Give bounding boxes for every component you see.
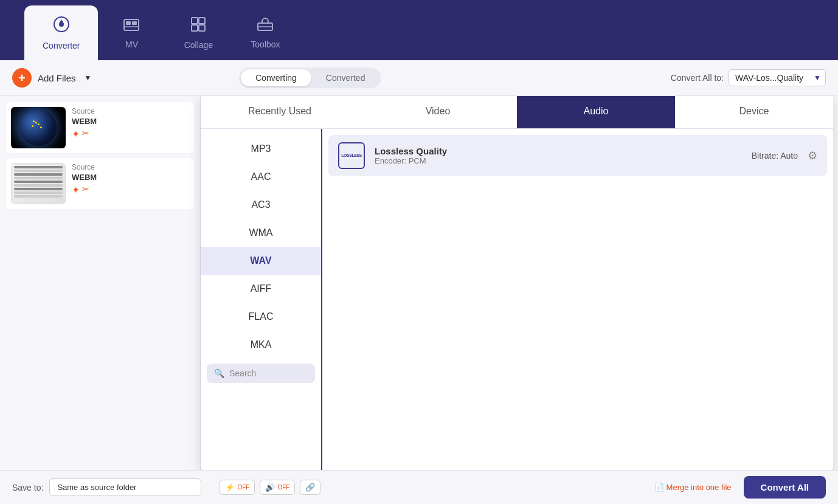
tab-converter-label: Converter [43, 41, 80, 50]
convert-all-select-wrapper: WAV-Los...Quality ▼ [729, 69, 826, 86]
file-format: WEBM [72, 173, 189, 182]
merge-files-button[interactable]: 📄 Merge into one file [654, 483, 732, 492]
file-thumbnail [11, 163, 66, 204]
convert-all-select[interactable]: WAV-Los...Quality [729, 69, 826, 86]
converting-tabs: Converting Converted [239, 67, 381, 88]
add-files-dropdown-icon[interactable]: ▼ [85, 74, 92, 82]
file-actions: ✦ ✂ [72, 184, 189, 196]
audio-off-label: OFF [277, 484, 289, 491]
quality-option-lossless[interactable]: LOSSLESS Lossless Quality Encoder: PCM B… [328, 135, 827, 176]
fp-tab-recently-used[interactable]: Recently Used [201, 96, 359, 128]
file-star-icon[interactable]: ✦ [72, 128, 80, 140]
quality-encoder: Encoder: PCM [375, 156, 742, 165]
add-files-plus-button[interactable]: + [12, 68, 32, 88]
link-button[interactable]: 🔗 [300, 480, 320, 495]
file-cut-icon[interactable]: ✂ [82, 184, 89, 196]
svg-marker-2 [60, 19, 63, 22]
format-picker-tabs: Recently Used Video Audio Device [201, 96, 833, 129]
svg-rect-7 [192, 18, 198, 24]
format-item-wav[interactable]: WAV [201, 247, 321, 275]
format-item-aiff[interactable]: AIFF [201, 275, 321, 303]
converting-tab[interactable]: Converting [241, 69, 311, 86]
format-item-ac3[interactable]: AC3 [201, 191, 321, 219]
quality-settings-icon[interactable]: ⚙ [808, 149, 817, 162]
format-item-mp3[interactable]: MP3 [201, 135, 321, 163]
format-search[interactable]: 🔍 Search [207, 364, 315, 383]
search-icon: 🔍 [214, 368, 224, 378]
save-to-label: Save to: [12, 483, 43, 492]
link-icon: 🔗 [305, 483, 315, 492]
main-area: + Add Files ▼ Converting Converted Conve… [0, 60, 838, 504]
file-star-icon[interactable]: ✦ [72, 184, 80, 196]
tab-mv[interactable]: MV [98, 5, 165, 60]
tab-collage[interactable]: Collage [165, 5, 232, 60]
audio-off-icon: 🔊 [265, 483, 275, 492]
fp-tab-video[interactable]: Video [359, 96, 517, 128]
format-item-aac[interactable]: AAC [201, 163, 321, 191]
mv-icon [123, 17, 140, 36]
bottom-icons: ⚡ OFF 🔊 OFF 🔗 [220, 480, 320, 495]
speed-off-button[interactable]: ⚡ OFF [220, 480, 255, 495]
top-nav: Converter MV Collage [0, 0, 838, 60]
file-format: WEBM [72, 117, 189, 126]
fp-tab-audio[interactable]: Audio [517, 96, 675, 128]
toolbox-icon [257, 17, 274, 36]
file-source-label: Source [72, 107, 189, 116]
file-actions: ✦ ✂ [72, 128, 189, 140]
content-area: Source WEBM ✦ ✂ [0, 96, 838, 470]
quality-bitrate: Bitrate: Auto [752, 151, 798, 161]
tab-toolbox[interactable]: Toolbox [232, 5, 299, 60]
fp-tab-device[interactable]: Device [675, 96, 833, 128]
format-picker-body: MP3 AAC AC3 WMA WAV AIFF FLAC MKA 🔍 Sear… [201, 129, 833, 470]
converter-icon [53, 16, 70, 37]
svg-rect-5 [132, 21, 137, 25]
file-info: Source WEBM ✦ ✂ [72, 163, 189, 196]
file-list: Source WEBM ✦ ✂ [0, 96, 201, 470]
converted-tab[interactable]: Converted [311, 69, 380, 86]
quality-text: Lossless Quality Encoder: PCM [375, 146, 742, 165]
search-label: Search [229, 368, 256, 378]
convert-all-label: Convert All to: [671, 73, 724, 83]
file-item[interactable]: Source WEBM ✦ ✂ [6, 102, 194, 153]
quality-icon: LOSSLESS [338, 142, 365, 169]
format-list: MP3 AAC AC3 WMA WAV AIFF FLAC MKA 🔍 Sear… [201, 129, 322, 470]
tab-mv-label: MV [125, 40, 138, 49]
tab-toolbox-label: Toolbox [251, 40, 280, 49]
format-item-mka[interactable]: MKA [201, 331, 321, 359]
svg-rect-4 [126, 21, 131, 25]
tab-converter[interactable]: Converter [24, 5, 98, 60]
collage-icon [190, 16, 206, 36]
quality-name: Lossless Quality [375, 146, 742, 156]
toolbar: + Add Files ▼ Converting Converted Conve… [0, 60, 838, 96]
speed-off-label: OFF [237, 484, 249, 491]
add-files-label: Add Files [38, 73, 76, 83]
merge-label: Merge into one file [667, 483, 732, 492]
format-item-wma[interactable]: WMA [201, 219, 321, 247]
file-info: Source WEBM ✦ ✂ [72, 107, 189, 140]
svg-rect-10 [199, 25, 205, 31]
file-thumbnail [11, 107, 66, 148]
file-cut-icon[interactable]: ✂ [82, 128, 89, 140]
svg-point-1 [59, 22, 64, 27]
convert-all-button[interactable]: Convert All [744, 476, 826, 499]
bottom-bar: Save to: ⚡ OFF 🔊 OFF 🔗 📄 Merge into one … [0, 470, 838, 504]
svg-rect-9 [192, 25, 198, 31]
svg-rect-3 [124, 19, 139, 30]
format-item-flac[interactable]: FLAC [201, 303, 321, 331]
svg-rect-8 [199, 18, 205, 24]
save-to-input[interactable] [49, 478, 201, 496]
speed-off-icon: ⚡ [225, 483, 235, 492]
format-quality-list: LOSSLESS Lossless Quality Encoder: PCM B… [322, 129, 833, 470]
file-source-label: Source [72, 163, 189, 171]
audio-off-button[interactable]: 🔊 OFF [260, 480, 295, 495]
merge-icon: 📄 [654, 483, 664, 492]
convert-all-section: Convert All to: WAV-Los...Quality ▼ [671, 69, 826, 86]
tab-collage-label: Collage [184, 40, 213, 50]
file-item[interactable]: Source WEBM ✦ ✂ [6, 158, 194, 209]
format-picker-panel: Recently Used Video Audio Device MP3 AAC [201, 96, 833, 470]
